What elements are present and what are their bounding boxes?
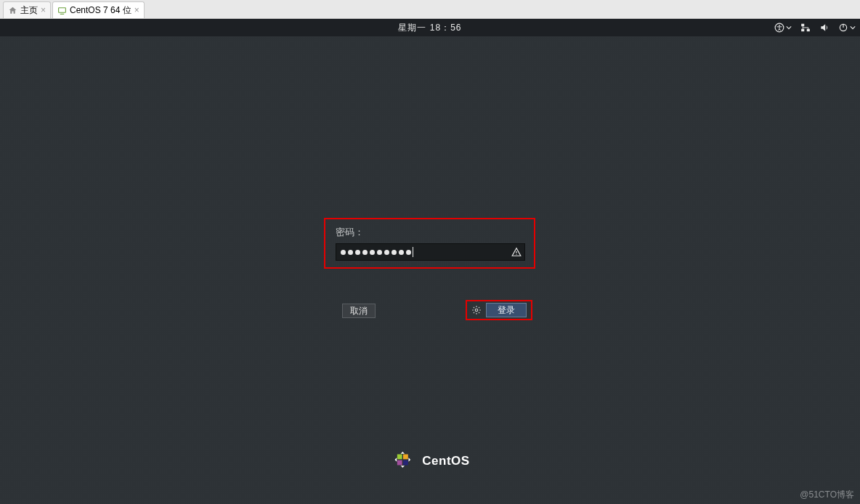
- warning-icon: [511, 247, 522, 260]
- tab-centos[interactable]: CentOS 7 64 位 ×: [52, 1, 145, 18]
- svg-rect-3: [801, 24, 804, 27]
- login-button-label: 登录: [498, 304, 515, 317]
- network-icon[interactable]: [800, 23, 811, 33]
- power-icon[interactable]: [838, 23, 856, 33]
- os-logo-footer: CentOS: [390, 447, 469, 475]
- login-screen: 星期一 18：56 密码：: [0, 19, 860, 504]
- text-cursor: [413, 247, 413, 257]
- gnome-topbar: 星期一 18：56: [0, 19, 860, 36]
- close-icon[interactable]: ×: [41, 5, 46, 15]
- accessibility-icon[interactable]: [774, 23, 792, 33]
- cancel-button-label: 取消: [350, 305, 368, 317]
- home-icon: [8, 6, 17, 15]
- password-label: 密码：: [336, 226, 525, 239]
- svg-point-8: [475, 309, 478, 312]
- tab-home[interactable]: 主页 ×: [3, 1, 51, 18]
- vm-icon: [57, 6, 67, 15]
- volume-icon[interactable]: [819, 23, 829, 33]
- svg-rect-11: [397, 460, 402, 466]
- centos-logo-icon: [390, 447, 415, 475]
- password-input[interactable]: [336, 243, 525, 261]
- os-name: CentOS: [422, 454, 469, 468]
- password-mask: [341, 250, 411, 255]
- watermark: @51CTO博客: [800, 489, 854, 501]
- system-tray: [774, 19, 856, 36]
- tab-home-label: 主页: [20, 4, 38, 17]
- svg-point-7: [516, 254, 516, 255]
- svg-rect-5: [801, 29, 804, 32]
- vm-tab-bar: 主页 × CentOS 7 64 位 ×: [0, 0, 860, 19]
- login-button[interactable]: 登录: [486, 303, 527, 317]
- close-icon[interactable]: ×: [134, 5, 139, 15]
- svg-rect-12: [403, 460, 408, 466]
- svg-rect-9: [397, 455, 402, 460]
- tab-centos-label: CentOS 7 64 位: [70, 4, 131, 17]
- highlight-login: 登录: [466, 300, 532, 320]
- clock[interactable]: 星期一 18：56: [398, 22, 461, 34]
- svg-point-2: [779, 25, 780, 26]
- gear-icon[interactable]: [471, 305, 482, 315]
- svg-rect-4: [807, 29, 810, 32]
- svg-rect-10: [403, 455, 408, 460]
- cancel-button[interactable]: 取消: [342, 304, 376, 318]
- svg-rect-0: [59, 7, 66, 12]
- highlight-password: 密码：: [324, 218, 535, 269]
